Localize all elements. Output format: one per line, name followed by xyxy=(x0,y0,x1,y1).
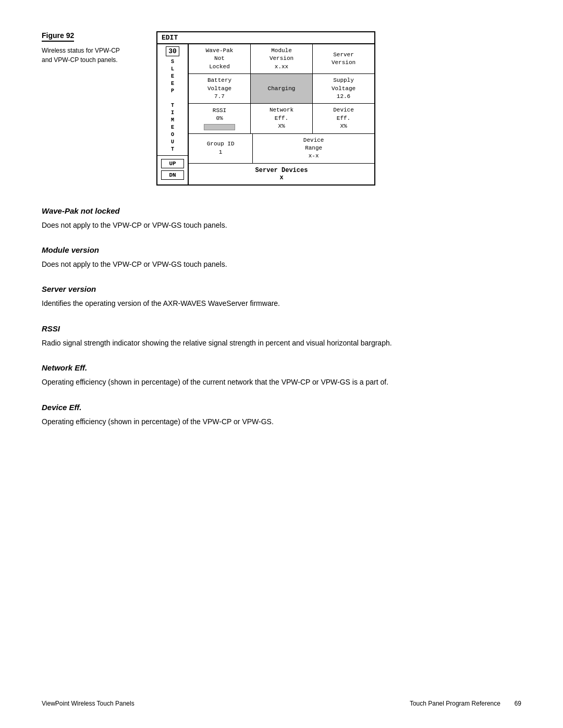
sidebar-buttons: UP DN xyxy=(157,156,188,183)
caption-line1: Wireless status for VPW-CP xyxy=(42,47,120,54)
footer-right-text: Touch Panel Program Reference xyxy=(410,700,500,707)
rssi-bargraph xyxy=(204,124,235,130)
section-title-server-version: Server version xyxy=(42,285,521,293)
up-button[interactable]: UP xyxy=(161,159,184,168)
section-rssi: RSSI Radio signal strength indicator sho… xyxy=(42,324,521,349)
cell-server-version: ServerVersion xyxy=(313,44,374,73)
section-module-version: Module version Does not apply to the VPW… xyxy=(42,245,521,270)
cell-charging: Charging xyxy=(251,74,313,103)
cell-network-eff: NetworkEff.X% xyxy=(251,104,313,133)
cell-device-range: DeviceRangex-x xyxy=(253,134,374,163)
caption-text: Wireless status for VPW-CP and VPW-CP to… xyxy=(42,46,146,65)
section-title-device-eff: Device Eff. xyxy=(42,403,521,412)
footer-left: ViewPoint Wireless Touch Panels xyxy=(42,700,134,707)
section-body-wave-pak: Does not apply to the VPW-CP or VPW-GS t… xyxy=(42,219,521,231)
grid-row-1: Wave-PakNotLocked ModuleVersionx.xx Serv… xyxy=(189,44,374,74)
figure-caption: Figure 92 Wireless status for VPW-CP and… xyxy=(42,31,156,65)
footer-page: 69 xyxy=(515,700,521,707)
figure-label: Figure 92 xyxy=(42,31,74,42)
section-title-wave-pak: Wave-Pak not locked xyxy=(42,206,521,215)
grid-row-3: RSSI0% NetworkEff.X% DeviceEff.X% xyxy=(189,104,374,133)
diagram: EDIT 30 SLEEP TIMEOUT UP DN xyxy=(156,31,375,186)
sidebar-timeout: 30 SLEEP TIMEOUT xyxy=(157,44,188,156)
footer: ViewPoint Wireless Touch Panels Touch Pa… xyxy=(42,700,521,707)
timeout-letters: SLEEP TIMEOUT xyxy=(171,58,174,153)
grid-row-4: Group ID1 DeviceRangex-x xyxy=(189,134,374,164)
cell-group-id: Group ID1 xyxy=(189,134,253,163)
cell-rssi: RSSI0% xyxy=(189,104,251,133)
cell-device-eff: DeviceEff.X% xyxy=(313,104,374,133)
cell-supply-voltage: SupplyVoltage12.6 xyxy=(313,74,374,103)
diagram-edit-bar: EDIT xyxy=(157,32,374,44)
section-title-rssi: RSSI xyxy=(42,324,521,333)
diagram-body: 30 SLEEP TIMEOUT UP DN xyxy=(157,44,374,184)
caption-line2: and VPW-CP touch panels. xyxy=(42,56,118,64)
section-server-version: Server version Identifies the operating … xyxy=(42,285,521,309)
figure-area: Figure 92 Wireless status for VPW-CP and… xyxy=(42,31,521,186)
section-body-network-eff: Operating efficiency (shown in percentag… xyxy=(42,376,521,388)
section-body-module-version: Does not apply to the VPW-CP or VPW-GS t… xyxy=(42,258,521,270)
grid-row-2: BatteryVoltage7.7 Charging SupplyVoltage… xyxy=(189,74,374,104)
server-devices-label: Server Devices xyxy=(255,167,308,174)
dn-button[interactable]: DN xyxy=(161,170,184,180)
diagram-sidebar: 30 SLEEP TIMEOUT UP DN xyxy=(157,44,189,184)
section-network-eff: Network Eff. Operating efficiency (shown… xyxy=(42,363,521,388)
section-wave-pak: Wave-Pak not locked Does not apply to th… xyxy=(42,206,521,231)
server-devices-row: Server Devices x xyxy=(189,164,374,184)
page: Figure 92 Wireless status for VPW-CP and… xyxy=(0,0,563,728)
server-devices-value: x xyxy=(279,174,283,181)
section-title-network-eff: Network Eff. xyxy=(42,363,521,372)
cell-module-version: ModuleVersionx.xx xyxy=(251,44,313,73)
timeout-number: 30 xyxy=(166,46,179,56)
cell-battery-voltage: BatteryVoltage7.7 xyxy=(189,74,251,103)
section-body-server-version: Identifies the operating version of the … xyxy=(42,298,521,309)
section-body-rssi: Radio signal strength indicator showing … xyxy=(42,337,521,349)
section-device-eff: Device Eff. Operating efficiency (shown … xyxy=(42,403,521,427)
section-body-device-eff: Operating efficiency (shown in percentag… xyxy=(42,416,521,427)
section-title-module-version: Module version xyxy=(42,245,521,254)
cell-wavepak: Wave-PakNotLocked xyxy=(189,44,251,73)
diagram-grid: Wave-PakNotLocked ModuleVersionx.xx Serv… xyxy=(189,44,374,184)
